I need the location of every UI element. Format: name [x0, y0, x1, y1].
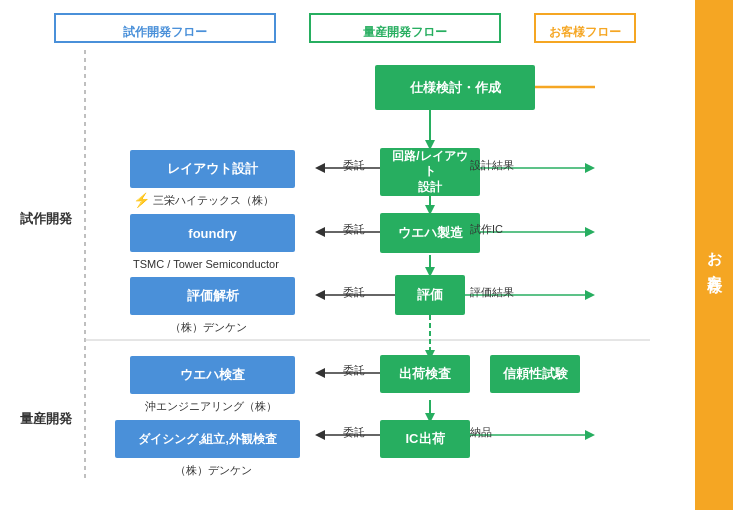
svg-marker-24	[585, 227, 595, 237]
hyouka-kaiseki-box: 評価解析	[130, 277, 295, 315]
hyouka-box: 評価	[395, 275, 465, 315]
iten1-label: 委託	[343, 158, 365, 173]
main-container: 試作開発フロー 量産開発フロー お客様フロー お客様 試作開発 量産開発 仕様検…	[0, 0, 733, 510]
shinraisei-box: 信頼性試験	[490, 355, 580, 393]
layout-box: レイアウト設計	[130, 150, 295, 188]
nouhin-label: 納品	[470, 425, 492, 440]
sekkei-kekka-label: 設計結果	[470, 158, 514, 173]
iten4-label: 委託	[343, 363, 365, 378]
kairo-box: 回路/レイアウト 設計	[380, 148, 480, 196]
ufer-kensa-box: ウエハ検査	[130, 356, 295, 394]
svg-marker-26	[315, 290, 325, 300]
header-box1-label: 試作開発フロー	[123, 24, 207, 41]
denken2-label: （株）デンケン	[175, 462, 252, 478]
header-box3-label: お客様フロー	[549, 24, 621, 41]
foundry-box: foundry	[130, 214, 295, 252]
ryosan-label: 量産開発	[20, 410, 72, 428]
iten3-label: 委託	[343, 285, 365, 300]
denken1-label: （株）デンケン	[170, 319, 247, 335]
ufer-seizo-box: ウエハ製造	[380, 213, 480, 253]
flow-svg	[0, 0, 733, 510]
iten5-label: 委託	[343, 425, 365, 440]
svg-marker-30	[315, 368, 325, 378]
shisaku-label: 試作開発	[20, 210, 72, 228]
oki-label: 沖エンジニアリング（株）	[145, 398, 277, 414]
svg-marker-28	[585, 290, 595, 300]
svg-marker-20	[585, 163, 595, 173]
orange-bar-label: お客様	[705, 241, 724, 270]
dicing-box: ダイシング,組立,外観検査	[115, 420, 300, 458]
svg-marker-18	[315, 163, 325, 173]
svg-marker-34	[585, 430, 595, 440]
ic-shukka-box: IC出荷	[380, 420, 470, 458]
svg-marker-22	[315, 227, 325, 237]
shisaku-ic-label: 試作IC	[470, 222, 503, 237]
sanei-label: ⚡ 三栄ハイテックス（株）	[133, 192, 274, 208]
orange-bar: お客様	[695, 0, 733, 510]
svg-marker-32	[315, 430, 325, 440]
hyouka-kekka-label: 評価結果	[470, 285, 514, 300]
shiyou-box: 仕様検討・作成	[375, 65, 535, 110]
tsmc-label: TSMC / Tower Semiconductor	[133, 256, 279, 271]
iten2-label: 委託	[343, 222, 365, 237]
shukka-kensa-box: 出荷検査	[380, 355, 470, 393]
header-box2-label: 量産開発フロー	[363, 24, 447, 41]
